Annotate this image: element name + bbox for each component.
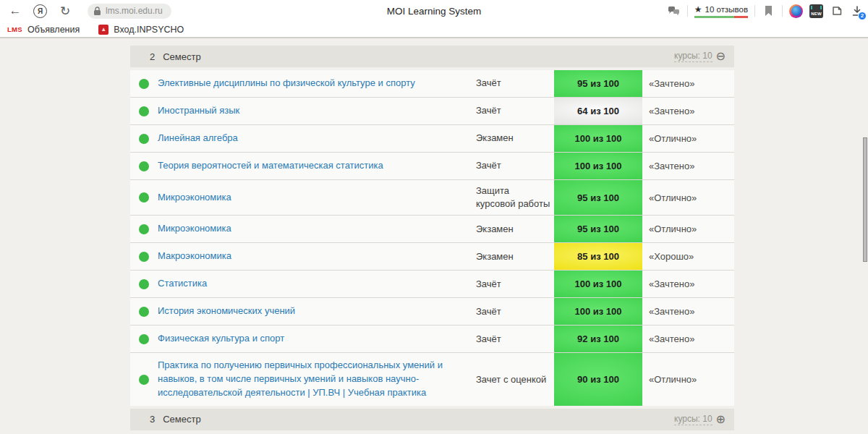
assessment-type: Зачёт — [476, 326, 554, 352]
assessment-type: Экзамен — [476, 216, 554, 242]
status-dot — [130, 125, 158, 152]
divider — [782, 5, 783, 17]
table-row: Теория вероятностей и математическая ста… — [130, 153, 734, 180]
assessment-type: Защита курсовой работы — [476, 180, 554, 215]
grade-text: «Зачтено» — [642, 98, 734, 124]
table-row: Микроэкономика Защита курсовой работы 95… — [130, 180, 734, 216]
assessment-type: Зачёт — [476, 98, 554, 124]
courses-count-link[interactable]: курсы: 10 — [674, 414, 712, 425]
site-rating[interactable]: ★ 10 отзывов — [694, 4, 748, 18]
status-dot — [130, 353, 158, 406]
assessment-type: Экзамен — [476, 243, 554, 270]
rating-bar — [694, 16, 748, 18]
course-link[interactable]: Теория вероятностей и математическая ста… — [158, 153, 476, 179]
bookmark-flag-icon[interactable] — [762, 4, 775, 18]
assessment-type: Зачёт — [476, 70, 554, 97]
score-badge: 85 из 100 — [554, 243, 642, 270]
table-row: Физическая культура и спорт Зачёт 92 из … — [130, 326, 734, 353]
course-link[interactable]: Практика по получению первичных професси… — [158, 353, 476, 406]
downloads-icon[interactable]: 2 — [850, 4, 864, 18]
url-text: lms.moi.edu.ru — [106, 6, 163, 16]
grade-text: «Отлично» — [642, 180, 734, 215]
course-link[interactable]: История экономических учений — [158, 298, 476, 325]
lms-favicon: LMS — [7, 25, 22, 33]
status-dot — [130, 216, 158, 242]
course-link[interactable]: Макроэкономика — [158, 243, 476, 270]
bookmark-item-inpsycho[interactable]: ▲ Вход.INPSYCHO — [98, 25, 184, 35]
vertical-scrollbar-thumb[interactable] — [863, 137, 867, 262]
grade-text: «Зачтено» — [642, 298, 734, 325]
gradebook-table: 2 Семестр курсы: 10 ⊖ Элективные дисципл… — [130, 46, 734, 430]
score-badge: 100 из 100 — [554, 153, 642, 179]
score-badge: 64 из 100 — [554, 98, 642, 124]
divider — [687, 5, 688, 17]
downloads-badge: 2 — [858, 12, 867, 20]
score-badge: 100 из 100 — [554, 271, 642, 297]
new-extension-icon[interactable]: NEW — [809, 4, 823, 18]
course-link[interactable]: Микроэкономика — [158, 216, 476, 242]
expand-icon[interactable]: ⊕ — [716, 414, 726, 425]
lock-icon — [93, 7, 101, 16]
lms-page: 2 Семестр курсы: 10 ⊖ Элективные дисципл… — [0, 40, 868, 434]
table-row: Макроэкономика Экзамен 85 из 100 «Хорошо… — [130, 243, 734, 271]
course-link[interactable]: Физическая культура и спорт — [158, 326, 476, 352]
status-dot — [130, 298, 158, 325]
grade-text: «Зачтено» — [642, 271, 734, 297]
score-badge: 90 из 100 — [554, 353, 642, 406]
score-badge: 95 из 100 — [554, 180, 642, 215]
semester-2-rows: Элективные дисциплины по физической куль… — [130, 70, 734, 406]
grade-text: «Отлично» — [642, 216, 734, 242]
grade-text: «Отлично» — [642, 125, 734, 152]
browser-toolbar: ← Я ↻ lms.moi.edu.ru MOI Learning System… — [0, 0, 868, 22]
semester-title: Семестр — [163, 51, 200, 62]
score-badge: 95 из 100 — [554, 216, 642, 242]
reload-icon[interactable]: ↻ — [57, 3, 73, 19]
semester-2-header: 2 Семестр курсы: 10 ⊖ — [130, 46, 734, 67]
status-dot — [130, 70, 158, 97]
assessment-type: Экзамен — [476, 125, 554, 152]
browser-extension-icon[interactable] — [789, 4, 803, 18]
bookmark-item-announcements[interactable]: LMS Объявления — [7, 25, 80, 35]
assessment-type: Зачёт — [476, 153, 554, 179]
courses-count-link[interactable]: курсы: 10 — [674, 51, 712, 62]
table-row: Иностранный язык Зачёт 64 из 100 «Зачтен… — [130, 98, 734, 125]
semester-3-header: 3 Семестр курсы: 10 ⊕ — [130, 409, 734, 430]
table-row: Линейная алгебра Экзамен 100 из 100 «Отл… — [130, 125, 734, 153]
back-icon[interactable]: ← — [7, 3, 23, 19]
assessment-type: Зачёт — [476, 271, 554, 297]
yandex-home-icon[interactable]: Я — [33, 4, 47, 18]
grade-text: «Отлично» — [642, 353, 734, 406]
table-row: Статистика Зачёт 100 из 100 «Зачтено» — [130, 271, 734, 298]
semester-title: Семестр — [163, 414, 200, 425]
address-bar[interactable]: lms.moi.edu.ru — [88, 4, 171, 19]
feedback-bubbles-icon[interactable] — [667, 4, 681, 18]
collapse-icon[interactable]: ⊖ — [716, 51, 726, 62]
grade-text: «Хорошо» — [642, 243, 734, 270]
score-badge: 100 из 100 — [554, 125, 642, 152]
score-badge: 95 из 100 — [554, 70, 642, 97]
divider — [754, 5, 755, 17]
course-link[interactable]: Иностранный язык — [158, 98, 476, 124]
inpsycho-favicon: ▲ — [98, 25, 109, 35]
course-link[interactable]: Микроэкономика — [158, 180, 476, 215]
course-link[interactable]: Линейная алгебра — [158, 125, 476, 152]
assessment-type: Зачет с оценкой — [476, 353, 554, 406]
grade-text: «Зачтено» — [642, 70, 734, 97]
grade-text: «Зачтено» — [642, 153, 734, 179]
status-dot — [130, 243, 158, 270]
grade-text: «Зачтено» — [642, 326, 734, 352]
table-row: Практика по получению первичных професси… — [130, 353, 734, 406]
rating-label: 10 отзывов — [705, 5, 748, 14]
assessment-type: Зачёт — [476, 298, 554, 325]
course-link[interactable]: Статистика — [158, 271, 476, 297]
status-dot — [130, 98, 158, 124]
status-dot — [130, 326, 158, 352]
collections-icon[interactable] — [830, 4, 843, 18]
status-dot — [130, 271, 158, 297]
table-row: Элективные дисциплины по физической куль… — [130, 70, 734, 98]
course-link[interactable]: Элективные дисциплины по физической куль… — [158, 70, 476, 97]
score-badge: 100 из 100 — [554, 298, 642, 325]
star-icon: ★ — [694, 4, 702, 14]
table-row: История экономических учений Зачёт 100 и… — [130, 298, 734, 326]
table-row: Микроэкономика Экзамен 95 из 100 «Отличн… — [130, 216, 734, 243]
